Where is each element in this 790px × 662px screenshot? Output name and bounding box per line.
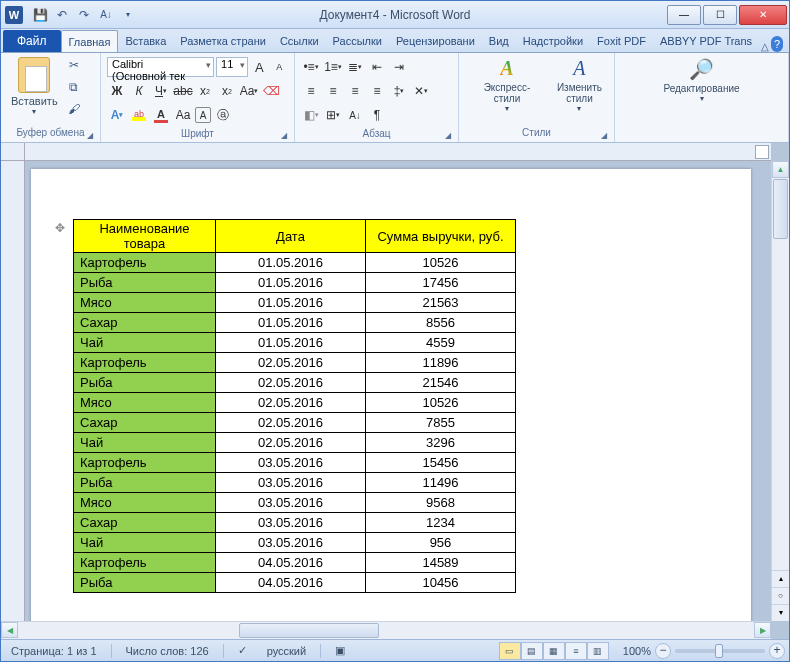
increase-indent-icon[interactable]: ⇥ — [389, 57, 409, 77]
tab-layout[interactable]: Разметка страни — [173, 30, 273, 52]
cell-sum[interactable]: 10526 — [366, 253, 516, 273]
cell-sum[interactable]: 9568 — [366, 493, 516, 513]
cell-date[interactable]: 02.05.2016 — [216, 373, 366, 393]
horizontal-ruler[interactable] — [25, 143, 771, 161]
cell-name[interactable]: Рыба — [74, 473, 216, 493]
cell-name[interactable]: Картофель — [74, 553, 216, 573]
cell-sum[interactable]: 14589 — [366, 553, 516, 573]
cell-date[interactable]: 01.05.2016 — [216, 333, 366, 353]
vertical-scrollbar[interactable]: ▲ ▴ ○ ▾ — [771, 161, 789, 621]
editing-button[interactable]: 🔎 Редактирование ▾ — [657, 55, 745, 105]
hscroll-thumb[interactable] — [239, 623, 379, 638]
tab-review[interactable]: Рецензировани — [389, 30, 482, 52]
table-row[interactable]: Рыба02.05.201621546 — [74, 373, 516, 393]
scroll-right-icon[interactable]: ▶ — [754, 622, 771, 638]
cell-name[interactable]: Рыба — [74, 273, 216, 293]
cell-date[interactable]: 03.05.2016 — [216, 513, 366, 533]
table-row[interactable]: Картофель02.05.201611896 — [74, 353, 516, 373]
proofing-icon[interactable]: ✓ — [232, 644, 253, 657]
zoom-thumb[interactable] — [715, 644, 723, 658]
align-left-icon[interactable]: ≡ — [301, 81, 321, 101]
enclose-icon[interactable]: ⓐ — [213, 105, 233, 125]
cell-sum[interactable]: 11896 — [366, 353, 516, 373]
horizontal-scrollbar[interactable]: ◀ ▶ — [1, 621, 771, 639]
table-row[interactable]: Чай02.05.20163296 — [74, 433, 516, 453]
table-row[interactable]: Сахар01.05.20168556 — [74, 313, 516, 333]
font-name-combo[interactable]: Calibri (Основной тек — [107, 57, 214, 77]
save-icon[interactable]: 💾 — [29, 4, 51, 26]
shrink-font-icon[interactable]: A — [270, 57, 288, 77]
cut-icon[interactable]: ✂ — [64, 55, 84, 75]
line-spacing-icon[interactable]: ‡▾ — [389, 81, 409, 101]
subscript-icon[interactable]: x2 — [195, 81, 215, 101]
cell-sum[interactable]: 1234 — [366, 513, 516, 533]
cell-name[interactable]: Картофель — [74, 253, 216, 273]
align-center-icon[interactable]: ≡ — [323, 81, 343, 101]
cell-date[interactable]: 03.05.2016 — [216, 473, 366, 493]
font-size-combo[interactable]: 11 — [216, 57, 248, 77]
char-border-icon[interactable]: A — [195, 107, 211, 123]
cell-date[interactable]: 03.05.2016 — [216, 533, 366, 553]
tab-references[interactable]: Ссылки — [273, 30, 326, 52]
cell-date[interactable]: 02.05.2016 — [216, 393, 366, 413]
outline-view-icon[interactable]: ≡ — [565, 642, 587, 660]
draft-view-icon[interactable]: ▥ — [587, 642, 609, 660]
zoom-out-button[interactable]: − — [655, 643, 671, 659]
cell-sum[interactable]: 7855 — [366, 413, 516, 433]
font-color-icon[interactable]: A — [151, 105, 171, 125]
borders-icon[interactable]: ⊞▾ — [323, 105, 343, 125]
scroll-left-icon[interactable]: ◀ — [1, 622, 18, 638]
sort-icon[interactable]: A↓ — [95, 4, 117, 26]
cell-date[interactable]: 02.05.2016 — [216, 413, 366, 433]
align-right-icon[interactable]: ≡ — [345, 81, 365, 101]
table-row[interactable]: Картофель04.05.201614589 — [74, 553, 516, 573]
cell-date[interactable]: 01.05.2016 — [216, 293, 366, 313]
highlight-icon[interactable]: ab — [129, 105, 149, 125]
cell-sum[interactable]: 17456 — [366, 273, 516, 293]
zoom-slider[interactable] — [675, 649, 765, 653]
zoom-value[interactable]: 100% — [623, 645, 651, 657]
undo-icon[interactable]: ↶ — [51, 4, 73, 26]
cell-name[interactable]: Чай — [74, 433, 216, 453]
cell-name[interactable]: Мясо — [74, 293, 216, 313]
macro-icon[interactable]: ▣ — [329, 644, 351, 657]
cell-date[interactable]: 01.05.2016 — [216, 253, 366, 273]
cell-name[interactable]: Рыба — [74, 573, 216, 593]
cell-name[interactable]: Рыба — [74, 373, 216, 393]
table-row[interactable]: Мясо02.05.201610526 — [74, 393, 516, 413]
cell-name[interactable]: Сахар — [74, 313, 216, 333]
tab-home[interactable]: Главная — [61, 30, 119, 52]
fullscreen-view-icon[interactable]: ▤ — [521, 642, 543, 660]
next-page-icon[interactable]: ▾ — [772, 604, 789, 621]
paste-button[interactable]: Вставить ▾ — [7, 55, 62, 118]
asian-layout-icon[interactable]: ✕▾ — [411, 81, 431, 101]
multilevel-icon[interactable]: ≣▾ — [345, 57, 365, 77]
clipboard-launcher-icon[interactable]: ◢ — [84, 129, 96, 141]
cell-date[interactable]: 04.05.2016 — [216, 553, 366, 573]
shading-icon[interactable]: ◧▾ — [301, 105, 321, 125]
cell-sum[interactable]: 15456 — [366, 453, 516, 473]
cell-name[interactable]: Картофель — [74, 353, 216, 373]
ruler-toggle-icon[interactable] — [755, 145, 769, 159]
qat-customize-icon[interactable]: ▾ — [117, 4, 139, 26]
cell-name[interactable]: Чай — [74, 533, 216, 553]
cell-date[interactable]: 03.05.2016 — [216, 493, 366, 513]
table-row[interactable]: Сахар03.05.20161234 — [74, 513, 516, 533]
print-layout-view-icon[interactable]: ▭ — [499, 642, 521, 660]
tab-insert[interactable]: Вставка — [118, 30, 173, 52]
minimize-button[interactable]: — — [667, 5, 701, 25]
table-row[interactable]: Мясо01.05.201621563 — [74, 293, 516, 313]
table-row[interactable]: Чай03.05.2016956 — [74, 533, 516, 553]
grow-font-icon[interactable]: A — [250, 57, 268, 77]
strikethrough-icon[interactable]: abc — [173, 81, 193, 101]
cell-sum[interactable]: 11496 — [366, 473, 516, 493]
italic-icon[interactable]: К — [129, 81, 149, 101]
cell-date[interactable]: 03.05.2016 — [216, 453, 366, 473]
sort-para-icon[interactable]: A↓ — [345, 105, 365, 125]
table-row[interactable]: Сахар02.05.20167855 — [74, 413, 516, 433]
clear-format-icon[interactable]: ⌫ — [261, 81, 281, 101]
paragraph-launcher-icon[interactable]: ◢ — [442, 129, 454, 141]
bold-icon[interactable]: Ж — [107, 81, 127, 101]
table-row[interactable]: Рыба04.05.201610456 — [74, 573, 516, 593]
change-styles-button[interactable]: A Изменить стили ▾ — [551, 55, 608, 115]
